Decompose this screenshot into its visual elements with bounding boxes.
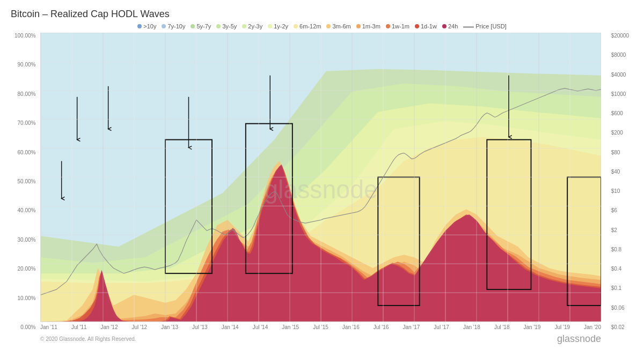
x-axis-label: Jan '12 <box>101 324 118 330</box>
legend-color-dot <box>162 24 166 28</box>
y-axis-right-label: $6 <box>611 207 629 213</box>
y-axis-right-label: $40 <box>611 169 629 175</box>
y-axis-right-label: $600 <box>611 110 629 116</box>
legend-color-dot <box>191 24 195 28</box>
legend-item: 1d-1w <box>415 23 437 29</box>
y-axis-left-label: 40.00% <box>14 207 35 213</box>
legend-color-dot <box>242 24 246 28</box>
legend-item: 5y-7y <box>191 23 211 29</box>
legend-color-dot <box>216 24 221 28</box>
x-axis-label: Jan '20 <box>584 324 601 330</box>
chart-legend: >10y7y-10y5y-7y3y-5y2y-3y1y-2y6m-12m3m-6… <box>11 23 633 29</box>
glassnode-brand: glassnode <box>557 333 601 345</box>
y-axis-left-label: 30.00% <box>14 237 35 243</box>
y-axis-left-label: 10.00% <box>14 295 35 301</box>
legend-label: 1y-2y <box>274 23 288 29</box>
y-axis-right-label: $4000 <box>611 72 629 78</box>
x-axis-label: Jul '18 <box>494 324 510 330</box>
legend-color-dot <box>268 24 272 28</box>
x-axis-label: Jan '16 <box>342 324 360 330</box>
x-axis-label: Jan '15 <box>282 324 299 330</box>
x-axis-label: Jul '13 <box>192 324 208 330</box>
legend-item: 3y-5y <box>216 23 237 29</box>
copyright-text: © 2020 Glassnode. All Rights Reserved. <box>40 336 136 342</box>
y-axis-left: 100.00%90.00%80.00%70.00%60.00%50.00%40.… <box>14 33 35 330</box>
legend-color-dot <box>137 24 142 28</box>
legend-label: 1m-3m <box>362 23 380 29</box>
legend-label: 24h <box>448 23 458 29</box>
y-axis-left-label: 80.00% <box>14 91 35 97</box>
legend-item: Price [USD] <box>463 23 506 29</box>
y-axis-right-label: $0.02 <box>611 324 629 330</box>
y-axis-right-label: $1000 <box>611 91 629 97</box>
y-axis-right-label: $8000 <box>611 52 629 58</box>
legend-color-dot <box>386 24 390 28</box>
x-axis-label: Jul '17 <box>434 324 449 330</box>
legend-label: 2y-3y <box>248 23 262 29</box>
y-axis-left-label: 0.00% <box>14 324 35 330</box>
y-axis-right-label: $80 <box>611 150 629 155</box>
y-axis-right-label: $200 <box>611 130 629 136</box>
y-axis-right-label: $10 <box>611 188 629 194</box>
legend-item: 3m-6m <box>326 23 350 29</box>
y-axis-right-label: $0.1 <box>611 285 629 291</box>
legend-label: 1d-1w <box>421 23 437 29</box>
x-axis-label: Jan '19 <box>524 324 541 330</box>
chart-wrapper: 100.00%90.00%80.00%70.00%60.00%50.00%40.… <box>40 33 601 330</box>
legend-color-dot <box>294 24 298 28</box>
y-axis-left-label: 100.00% <box>14 33 35 39</box>
y-axis-left-label: 50.00% <box>14 178 35 184</box>
legend-label: 1w-1m <box>392 23 409 29</box>
y-axis-right-label: $2 <box>611 227 629 233</box>
legend-color-dot <box>463 26 474 28</box>
y-axis-right-label: $0.4 <box>611 266 629 272</box>
x-axis: Jan '11Jul '11Jan '12Jul '12Jan '13Jul '… <box>40 324 601 330</box>
y-axis-left-label: 20.00% <box>14 266 35 272</box>
legend-item: 24h <box>442 23 458 29</box>
x-axis-label: Jul '11 <box>71 324 87 330</box>
legend-label: 7y-10y <box>167 23 185 29</box>
y-axis-right-label: $20000 <box>611 33 629 39</box>
legend-item: >10y <box>137 23 156 29</box>
y-axis-left-label: 70.00% <box>14 120 35 126</box>
chart-title: Bitcoin – Realized Cap HODL Waves <box>11 9 633 20</box>
y-axis-right-label: $0.8 <box>611 247 629 252</box>
legend-item: 6m-12m <box>294 23 321 29</box>
x-axis-label: Jul '14 <box>253 324 268 330</box>
x-axis-label: Jan '14 <box>222 324 239 330</box>
x-axis-label: Jul '12 <box>132 324 148 330</box>
x-axis-label: Jul '19 <box>554 324 570 330</box>
y-axis-right-label: $0.06 <box>611 305 629 311</box>
legend-label: 5y-7y <box>196 23 211 29</box>
x-axis-label: Jan '18 <box>463 324 480 330</box>
legend-label: 3y-5y <box>222 23 237 29</box>
page-container: Bitcoin – Realized Cap HODL Waves >10y7y… <box>0 0 644 358</box>
legend-item: 2y-3y <box>242 23 262 29</box>
legend-item: 7y-10y <box>162 23 185 29</box>
x-axis-label: Jul '16 <box>374 324 389 330</box>
legend-label: >10y <box>143 23 156 29</box>
legend-item: 1y-2y <box>268 23 288 29</box>
y-axis-right: $20000$8000$4000$1000$600$200$80$40$10$6… <box>611 33 629 330</box>
legend-item: 1w-1m <box>386 23 409 29</box>
y-axis-left-label: 90.00% <box>14 62 35 68</box>
x-axis-label: Jul '15 <box>313 324 328 330</box>
legend-color-dot <box>415 24 419 28</box>
x-axis-label: Jan '11 <box>40 324 57 330</box>
x-axis-label: Jan '17 <box>402 324 420 330</box>
chart-area: glassnode <box>40 33 601 322</box>
legend-color-dot <box>356 24 361 28</box>
legend-label: 6m-12m <box>299 23 321 29</box>
legend-color-dot <box>326 24 331 28</box>
y-axis-left-label: 60.00% <box>14 150 35 155</box>
x-axis-label: Jan '13 <box>161 324 178 330</box>
legend-item: 1m-3m <box>356 23 380 29</box>
legend-label: 3m-6m <box>332 23 350 29</box>
footer: © 2020 Glassnode. All Rights Reserved. g… <box>40 333 601 345</box>
legend-label: Price [USD] <box>475 23 506 29</box>
legend-color-dot <box>442 24 447 28</box>
